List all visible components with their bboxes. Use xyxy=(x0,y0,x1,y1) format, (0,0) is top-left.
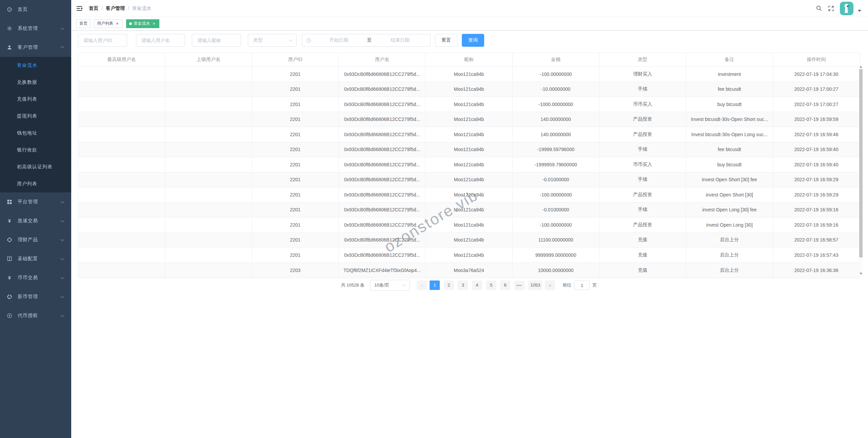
table-cell: -1999959.79600000 xyxy=(513,157,599,172)
sidebar-item[interactable]: 充值列表 xyxy=(0,91,71,108)
table-cell: Moo121ca94b xyxy=(426,187,512,202)
search-button[interactable]: 查询 xyxy=(462,34,484,47)
table-cell xyxy=(78,248,165,263)
type-select[interactable]: 类型 xyxy=(248,34,297,47)
page-size-value: 10条/页 xyxy=(374,282,389,288)
scroll-up-icon[interactable] xyxy=(860,66,862,68)
table-cell xyxy=(78,172,165,187)
table-cell: Moo121ca94b xyxy=(426,67,512,82)
table-cell: Invest btcusdt-30s-Open Long suc... xyxy=(686,127,773,142)
sidebar-item[interactable]: 首页 xyxy=(0,0,71,19)
page-button[interactable]: 1 xyxy=(430,280,440,290)
breadcrumb-item[interactable]: 首页/ xyxy=(89,5,106,12)
table-cell: 2201 xyxy=(252,187,339,202)
gear-icon xyxy=(7,26,12,31)
table-cell: 2022-07-19 17:04:30 xyxy=(773,67,860,82)
breadcrumb-item[interactable]: 客户管理/ xyxy=(106,5,132,12)
sidebar-item[interactable]: 基础配置 xyxy=(0,249,71,268)
caret-down-icon[interactable] xyxy=(858,10,861,12)
table-cell xyxy=(78,203,165,217)
table-cell: -1000.00000000 xyxy=(513,97,599,112)
sidebar-item[interactable]: 兑换数据 xyxy=(0,74,71,91)
sidebar-item[interactable]: 理财产品 xyxy=(0,230,71,249)
sidebar-item[interactable]: 用户列表 xyxy=(0,175,71,192)
fullscreen-icon[interactable] xyxy=(828,5,834,12)
goto-unit: 页 xyxy=(592,282,597,288)
start-date-input[interactable]: 开始日期 xyxy=(313,37,365,43)
table-cell: 手续 xyxy=(599,172,686,187)
table-cell: 0x93DcB0fBd66806B12CC279f5d... xyxy=(339,82,426,97)
svg-text:¥: ¥ xyxy=(8,275,11,280)
sidebar-item[interactable]: 提现列表 xyxy=(0,108,71,125)
scrollbar-thumb[interactable] xyxy=(859,69,863,257)
sidebar-item[interactable]: 初高级认证列表 xyxy=(0,159,71,175)
table-header-cell: 用户名 xyxy=(339,53,426,66)
table-cell: 2201 xyxy=(252,112,339,127)
sidebar-menu: 首页 系统管理 客户管理 资金流水 xyxy=(0,0,71,325)
table-cell xyxy=(78,67,165,82)
reset-button[interactable]: 重置 xyxy=(435,34,457,47)
table-header-row: 最高级用户名 上级用户名 用户ID 用户名 昵称 金额 类型 备注 xyxy=(78,53,860,67)
table-cell: Moo121ca94b xyxy=(426,233,512,248)
sidebar-item[interactable]: T 代币授权 xyxy=(0,306,71,325)
username-input[interactable] xyxy=(136,34,185,47)
sidebar-item[interactable]: 平台管理 xyxy=(0,192,71,211)
sidebar-item-label: 代币授权 xyxy=(18,313,38,319)
close-icon[interactable] xyxy=(115,21,120,26)
page-button[interactable]: 6 xyxy=(500,280,510,290)
page-button[interactable]: 2 xyxy=(444,280,454,290)
book-icon xyxy=(7,256,12,262)
sidebar-item[interactable]: 新币管理 xyxy=(0,287,71,306)
table-cell: investment xyxy=(686,67,773,82)
table-cell: -19999.59796000 xyxy=(513,142,599,157)
breadcrumb-item[interactable]: 资金流水 xyxy=(132,5,151,12)
table-cell xyxy=(78,142,165,157)
tab[interactable]: 资金流水 xyxy=(126,19,159,28)
end-date-input[interactable]: 结束日期 xyxy=(374,37,427,43)
table-header-cell: 昵称 xyxy=(426,53,512,66)
sidebar-item-label: 资金流水 xyxy=(17,62,37,68)
sidebar-item[interactable]: 客户管理 xyxy=(0,38,71,57)
tab[interactable]: 用户列表 xyxy=(94,19,123,28)
table-cell xyxy=(78,127,165,142)
page-button[interactable]: 5 xyxy=(486,280,496,290)
table-cell: 0x93DcB0fBd66806B12CC279f5d... xyxy=(339,127,426,142)
close-icon[interactable] xyxy=(152,21,156,26)
table-cell: 后台上分 xyxy=(686,263,773,278)
page-size-select[interactable]: 10条/页 xyxy=(370,280,410,291)
sidebar-item[interactable]: 银行收款 xyxy=(0,142,71,159)
table-cell xyxy=(165,217,252,232)
table-cell: 0x93DcB0fBd66806B12CC279f5d... xyxy=(339,217,426,232)
table-cell: Moo121ca94b xyxy=(426,203,512,217)
prev-page-button[interactable]: ‹ xyxy=(417,280,427,290)
sidebar-item[interactable]: 钱包地址 xyxy=(0,125,71,142)
page-button[interactable]: 3 xyxy=(458,280,468,290)
page-button[interactable]: ••• xyxy=(514,281,525,290)
page-button[interactable]: 4 xyxy=(472,280,482,290)
tab[interactable]: 首页 xyxy=(76,19,91,28)
table-scrollbar[interactable] xyxy=(859,64,863,276)
nickname-input[interactable] xyxy=(192,34,241,47)
scroll-down-icon[interactable] xyxy=(860,273,862,275)
avatar[interactable] xyxy=(840,2,853,15)
sidebar-item[interactable]: 资金流水 xyxy=(0,57,71,74)
date-range-picker[interactable]: 开始日期 至 结束日期 xyxy=(302,34,431,47)
table-cell: 0x93DcB0fBd66806B12CC279f5d... xyxy=(339,67,426,82)
sidebar-item[interactable]: 系统管理 xyxy=(0,19,71,38)
sidebar-item[interactable]: ¥ 币币交易 xyxy=(0,268,71,287)
table-row: 22010x93DcB0fBd66806B12CC279f5d...Moo121… xyxy=(78,97,860,112)
table-cell: 产品投资 xyxy=(599,217,686,232)
sidebar-item[interactable]: ¥ 急速交易 xyxy=(0,211,71,230)
table-cell: 2022-07-19 17:00:27 xyxy=(773,97,860,112)
table-cell: 2201 xyxy=(252,67,339,82)
table-cell: 0x93DcB0fBd66806B12CC279f5d... xyxy=(339,97,426,112)
yen-icon: ¥ xyxy=(7,275,12,280)
table-cell: Moo121ca94b xyxy=(426,112,512,127)
search-icon[interactable] xyxy=(816,5,822,12)
user-id-input[interactable] xyxy=(78,34,127,47)
tags-view: 首页 用户列表 资金流水 xyxy=(71,17,868,30)
hamburger-icon[interactable] xyxy=(76,5,83,12)
goto-page-input[interactable] xyxy=(574,280,590,290)
next-page-button[interactable]: › xyxy=(545,280,555,290)
page-button[interactable]: 1053 xyxy=(528,280,542,290)
